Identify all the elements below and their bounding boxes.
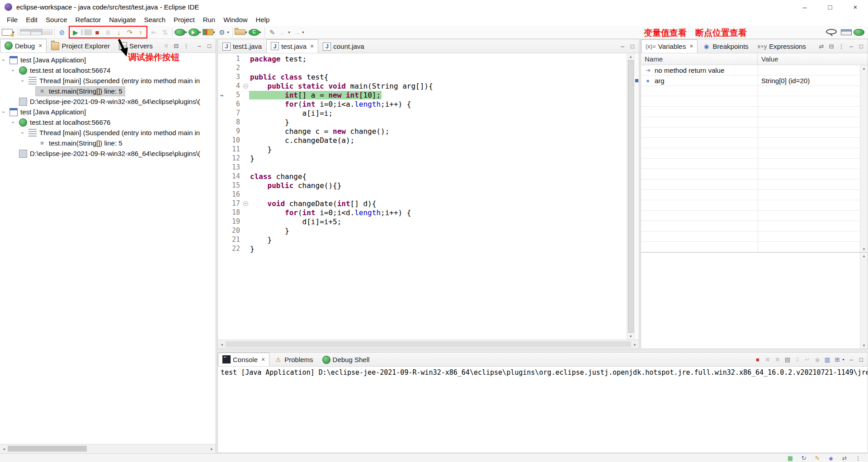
java-application-icon[interactable] [9, 56, 18, 64]
process-icon[interactable] [19, 150, 27, 158]
print-icon[interactable] [42, 29, 52, 35]
thread-icon[interactable] [28, 77, 37, 85]
menu-navigate[interactable]: Navigate [105, 14, 140, 25]
collapse-all-icon[interactable]: ⊟ [172, 41, 181, 51]
menu-run[interactable]: Run [199, 14, 220, 25]
java-application-icon[interactable] [9, 108, 18, 116]
scroll-right-icon[interactable]: ▸ [208, 447, 216, 451]
menu-project[interactable]: Project [170, 14, 199, 25]
instruction-pointer-icon[interactable]: → [218, 92, 226, 99]
run-launch-icon[interactable] [189, 28, 199, 36]
sync-icon[interactable]: ⇄ [840, 453, 849, 462]
debug-tree-row[interactable]: ›Thread [main] (Suspended (entry into me… [0, 75, 216, 86]
overview-ruler[interactable] [634, 53, 639, 339]
debug-launch-icon-dropdown[interactable]: ▾ [184, 27, 189, 38]
scroll-right-icon[interactable]: ▸ [631, 342, 639, 347]
maximize-view-icon[interactable]: □ [205, 41, 214, 51]
debug-tree-row[interactable]: ›test.test at localhost:56674 [0, 65, 216, 75]
console-view-tab-console[interactable]: Console× [218, 353, 269, 366]
java-file-icon[interactable]: J [323, 42, 331, 51]
overflow-icon[interactable]: ⋮ [854, 453, 863, 462]
clear-console-icon[interactable]: ▤ [783, 354, 792, 364]
project-explorer-icon[interactable] [51, 42, 59, 50]
fold-collapse-icon[interactable]: − [243, 84, 248, 89]
chevron-expanded-icon[interactable]: › [19, 77, 26, 85]
display-selected-console-icon[interactable]: ▥ [823, 354, 832, 364]
debug-perspective-icon[interactable] [854, 29, 864, 36]
remove-all-terminated-icon[interactable]: ✖ [162, 41, 171, 51]
debug-tree[interactable]: ›test [Java Application]›test.test at lo… [0, 53, 216, 444]
search-icon[interactable] [826, 29, 837, 34]
step-return-icon[interactable]: ↑ [135, 27, 146, 38]
console-view-tab-debug-shell[interactable]: Debug Shell [318, 353, 374, 366]
drop-to-frame-icon[interactable]: ⇤ [149, 27, 160, 38]
new-java-project-icon[interactable] [235, 29, 245, 35]
pin-console-icon[interactable]: ◉ [813, 354, 822, 364]
scroll-left-icon[interactable]: ◂ [0, 447, 8, 451]
show-type-names-icon[interactable]: ⇄ [817, 41, 826, 51]
maximize-view-icon[interactable]: □ [857, 41, 866, 51]
minimize-view-icon[interactable]: – [195, 41, 204, 51]
collapse-all-icon[interactable]: ⊟ [827, 41, 836, 51]
word-wrap-icon[interactable]: ↵ [803, 354, 812, 364]
terminate-icon[interactable]: ■ [92, 27, 103, 38]
return-value-icon[interactable]: ⇥ [644, 66, 652, 75]
open-console-icon-dropdown[interactable]: ▾ [841, 354, 846, 365]
debug-tree-row[interactable]: ›test.test at localhost:56676 [0, 117, 216, 127]
scroll-down-icon[interactable]: ▾ [863, 246, 865, 252]
debug-target-icon[interactable] [19, 66, 27, 75]
scroll-down-icon[interactable]: ▾ [863, 342, 865, 349]
variable-details-pane[interactable]: ▴ ▾ [641, 252, 868, 349]
thread-icon[interactable] [28, 129, 37, 137]
editor-vscrollbar[interactable]: ▴ ▾ [627, 53, 634, 339]
stack-frame-icon[interactable]: ≡ [38, 87, 46, 95]
scroll-up-icon[interactable]: ▴ [863, 65, 865, 71]
debug-hscrollbar[interactable]: ◂ ▸ [0, 444, 216, 453]
view-menu-icon[interactable]: ⋮ [182, 41, 191, 51]
terminate-console-icon[interactable]: ■ [753, 354, 762, 364]
use-step-filters-icon[interactable]: ⇅ [160, 27, 170, 38]
chevron-expanded-icon[interactable]: › [10, 67, 16, 74]
editor-tab-test1-java[interactable]: Jtest1.java [218, 40, 266, 53]
update-icon[interactable]: ↻ [799, 453, 808, 462]
menu-help[interactable]: Help [252, 14, 274, 25]
debug-target-icon[interactable] [19, 118, 27, 127]
scroll-up-icon[interactable]: ▴ [630, 53, 632, 60]
last-edit-location-icon[interactable]: ✎ [267, 27, 278, 38]
close-window-button[interactable]: × [843, 0, 868, 14]
variables-view-tab-expressions[interactable]: x+yExpressions [753, 40, 811, 53]
code-editor[interactable]: 1package test;23public class test{4− pub… [218, 53, 627, 339]
menu-refactor[interactable]: Refactor [71, 14, 105, 25]
column-divider[interactable] [758, 65, 758, 252]
maximize-view-icon[interactable]: □ [857, 354, 866, 364]
chevron-expanded-icon[interactable]: › [0, 108, 7, 116]
java-file-icon[interactable]: J [271, 42, 279, 50]
new-wizard-icon[interactable] [2, 29, 13, 36]
editor-hscrollbar[interactable]: ◂ ▸ [218, 339, 639, 349]
coverage-icon-dropdown[interactable]: ▾ [212, 27, 217, 38]
open-perspective-icon[interactable] [841, 29, 852, 35]
menu-edit[interactable]: Edit [22, 14, 42, 25]
debug-tree-row[interactable]: ›test [Java Application] [0, 55, 216, 65]
menu-window[interactable]: Window [219, 14, 251, 25]
local-variable-icon[interactable]: ● [644, 77, 652, 85]
debug-tree-row[interactable]: ≡test.main(String[]) line: 5 [0, 138, 216, 148]
console-view-tab-problems[interactable]: ⚠Problems [269, 353, 317, 366]
debug-tree-row[interactable]: ≡test.main(String[]) line: 5 [0, 86, 216, 96]
fold-collapse-icon[interactable]: − [243, 201, 248, 206]
variables-view-tab-breakpoints[interactable]: ◉Breakpoints [698, 40, 753, 53]
stack-frame-icon[interactable]: ≡ [38, 139, 46, 147]
variables-icon[interactable]: (x)= [646, 42, 656, 50]
editor-tab-count-java[interactable]: Jcount.java [318, 40, 368, 53]
scroll-down-icon[interactable]: ▾ [630, 333, 632, 339]
variables-table[interactable]: ⇥no method return value●argString[0] (id… [641, 65, 860, 252]
minimize-view-icon[interactable]: – [847, 354, 856, 364]
resume-icon[interactable]: ▶ [70, 27, 81, 38]
debug-tree-row[interactable]: ›Thread [main] (Suspended (entry into me… [0, 127, 216, 138]
step-into-icon[interactable]: ↓ [113, 27, 124, 38]
scrollbar-thumb[interactable] [628, 60, 634, 333]
scroll-up-icon[interactable]: ▴ [863, 253, 865, 259]
process-icon[interactable] [19, 98, 27, 106]
scroll-left-icon[interactable]: ◂ [218, 342, 226, 347]
view-menu-icon[interactable]: ⋮ [837, 41, 846, 51]
